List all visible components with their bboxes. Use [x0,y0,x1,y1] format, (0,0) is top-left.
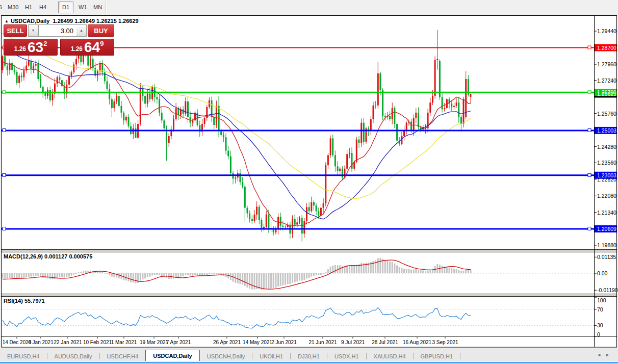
macd-name: MACD(12,26,9) [4,253,43,259]
svg-text:1.24280: 1.24280 [597,144,616,150]
macd-signal-value: 0.000575 [69,253,92,259]
svg-text:22 Jan 2021: 22 Jan 2021 [54,340,82,345]
svg-text:-0.011904: -0.011904 [597,287,618,293]
macd-main-value: 0.001127 [44,253,67,259]
volume-increase-button[interactable]: ▲ [76,24,87,37]
tab-usdcad-daily[interactable]: USDCAD,Daily [145,350,199,361]
buy-price-pip: 9 [100,40,104,47]
buy-price-tile[interactable]: 1.26 64 9 [60,39,114,56]
svg-text:1.21340: 1.21340 [597,210,616,216]
tab-usdcnh-daily[interactable]: USDCNH,Daily [200,351,252,361]
sell-price-prefix: 1.26 [14,45,26,53]
tab-usdchf-h4[interactable]: USDCHF,H4 [100,351,146,361]
svg-text:0.00: 0.00 [597,270,608,276]
svg-text:70: 70 [597,306,603,313]
sell-price-main: 63 [28,41,43,54]
rsi-indicator-label: RSI(14) 55.7971 [4,298,45,304]
chart-tab-bar: EURUSD,H4 AUDUSD,Daily USDCHF,H4 USDCAD,… [0,349,618,361]
svg-text:1.25760: 1.25760 [597,111,616,117]
tab-scroll-left-icon[interactable]: ◄ [597,352,605,357]
svg-text:7 Apr 2021: 7 Apr 2021 [166,340,191,345]
svg-text:28 Jul 2021: 28 Jul 2021 [372,340,398,345]
svg-text:1.28700: 1.28700 [597,45,616,51]
buy-price-prefix: 1.26 [71,45,83,53]
svg-text:2 Jun 2021: 2 Jun 2021 [271,340,297,345]
one-click-trading-panel: SELL ▼ ▲ BUY 1.26 63 2 1.26 64 9 [4,24,114,55]
status-bar-accent [0,362,618,363]
trading-platform-window: 5 M30 H1 H4 D1 W1 MN 1.294401.279601.272… [0,0,618,364]
svg-text:1.20609: 1.20609 [597,226,616,232]
svg-text:10 Feb 2021: 10 Feb 2021 [83,340,112,345]
svg-text:4 Jan 2021: 4 Jan 2021 [28,340,54,345]
chart-ohlc-values: 1.26499 1.26649 1.26215 1.26629 [53,18,138,24]
rsi-value: 55.7971 [24,298,45,304]
svg-text:100: 100 [597,297,606,303]
volume-decrease-button[interactable]: ▼ [28,24,38,37]
svg-text:14 Dec 2020: 14 Dec 2020 [3,340,32,345]
chart-symbol-period: USDCAD,Daily [11,18,49,24]
tab-scroll-arrows[interactable]: ◄► [597,352,614,357]
svg-text:1.23003: 1.23003 [597,172,616,178]
tab-gbpusd-h1[interactable]: GBPUSD,H1 [414,351,460,361]
tab-usdx-h1[interactable]: USDX,H1 [327,351,366,361]
svg-text:19 Mar 2021: 19 Mar 2021 [140,340,169,345]
svg-text:0.01135: 0.01135 [597,254,616,260]
svg-text:1.23560: 1.23560 [597,160,616,166]
svg-text:9 Jul 2021: 9 Jul 2021 [341,340,365,345]
volume-input[interactable] [38,24,76,37]
svg-text:14 May 2021: 14 May 2021 [243,340,272,345]
svg-text:1 Mar 2021: 1 Mar 2021 [111,340,137,345]
svg-text:26 Apr 2021: 26 Apr 2021 [213,340,241,345]
tab-eurusd-h4[interactable]: EURUSD,H4 [0,351,47,361]
tab-dj30-h1[interactable]: DJ30,H1 [291,351,327,361]
svg-text:30: 30 [597,322,603,328]
tab-ukoil-h1[interactable]: UKOil,H1 [252,351,290,361]
svg-text:1.27960: 1.27960 [597,61,616,67]
svg-text:1.22080: 1.22080 [597,193,616,199]
sell-price-tile[interactable]: 1.26 63 2 [4,39,58,56]
svg-text:1.27240: 1.27240 [597,77,616,84]
tab-xauusd-h4[interactable]: XAUUSD,H4 [367,351,413,361]
svg-text:1.26700: 1.26700 [597,89,616,95]
sell-price-pip: 2 [43,40,47,47]
chart-header: ▲USDCAD,Daily 1.26499 1.26649 1.26215 1.… [5,18,139,24]
svg-text:1.19880: 1.19880 [597,242,616,248]
tab-scroll-right-icon[interactable]: ► [605,352,614,357]
tab-separator [460,353,460,359]
buy-button[interactable]: BUY [88,24,114,37]
rsi-name: RSI(14) [4,298,23,304]
svg-text:1.25003: 1.25003 [597,127,616,134]
sell-button[interactable]: SELL [4,24,27,37]
tab-audusd-daily[interactable]: AUDUSD,Daily [47,351,99,361]
svg-text:16 Aug 2021: 16 Aug 2021 [403,340,432,345]
collapse-arrow-icon[interactable]: ▲ [5,19,9,23]
status-bar [0,361,618,364]
svg-text:1.29440: 1.29440 [597,28,616,34]
buy-price-main: 64 [84,41,100,54]
svg-text:21 Jun 2021: 21 Jun 2021 [308,340,337,345]
svg-text:3 Sep 2021: 3 Sep 2021 [432,340,458,345]
macd-indicator-label: MACD(12,26,9) 0.001127 0.000575 [4,253,92,259]
